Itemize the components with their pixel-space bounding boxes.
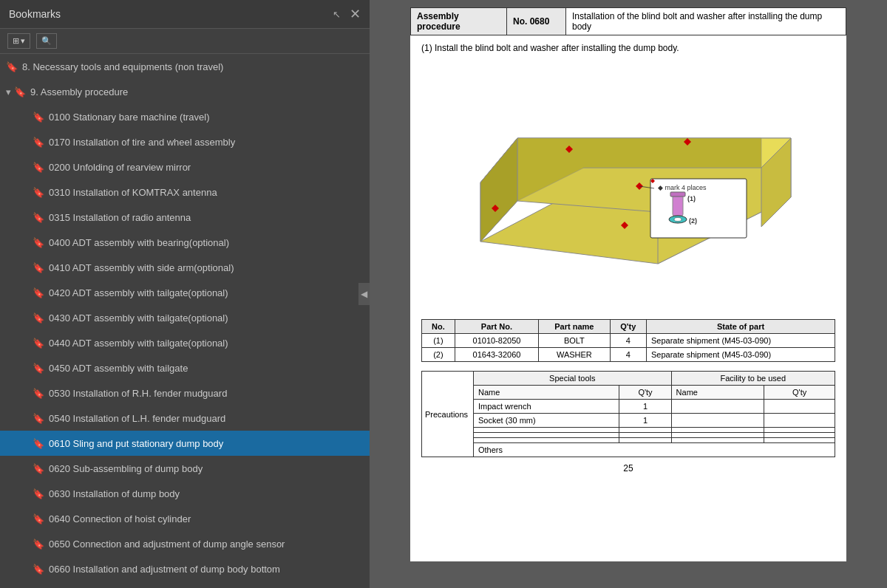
bookmark-label-0530: 0530 Installation of R.H. fender mudguar… (49, 388, 227, 399)
mark-label: ◆ mark 4 places (658, 184, 707, 191)
parts-row-2: (2) 01643-32060 WASHER 4 Separate shipme… (422, 348, 835, 362)
part-qty-1: 4 (610, 334, 646, 348)
facility-header: Facility to be used (671, 372, 835, 386)
bookmark-item-0450[interactable]: 🔖 0450 ADT assembly with tailgate (0, 355, 370, 380)
part-name-1: BOLT (539, 334, 610, 348)
part-no-1: (1) (422, 334, 455, 348)
bookmark-icon-0100: 🔖 (33, 112, 44, 123)
bookmark-item-9[interactable]: ▾ 🔖 9. Assembly procedure (0, 79, 370, 104)
bookmark-item-0100[interactable]: 🔖 0100 Stationary bare machine (travel) (0, 104, 370, 129)
tool-name-1: Impact wrench (474, 400, 619, 414)
bookmark-item-0400[interactable]: 🔖 0400 ADT assembly with bearing(optiona… (0, 230, 370, 255)
dropdown-arrow: ▾ (21, 36, 25, 46)
bookmark-item-0640[interactable]: 🔖 0640 Connection of hoist cylinder (0, 506, 370, 531)
bookmark-icon-0170: 🔖 (33, 137, 44, 148)
others-label: Others (478, 445, 503, 454)
bookmark-item-0540[interactable]: 🔖 0540 Installation of L.H. fender mudgu… (0, 406, 370, 431)
facility-qty-3 (764, 428, 835, 433)
part-qty-2: 4 (610, 348, 646, 362)
bookmark-icon-0440: 🔖 (33, 338, 44, 349)
facility-name-4 (671, 433, 764, 438)
bookmark-icon-0315: 🔖 (33, 212, 44, 223)
bookmark-icon-0430: 🔖 (33, 312, 44, 324)
facility-name-2 (671, 414, 764, 428)
bookmark-label-0430: 0430 ADT assembly with tailgate(optional… (49, 312, 228, 324)
bookmark-icon-0200: 🔖 (33, 162, 44, 173)
collapse-panel-button[interactable]: ◀ (358, 283, 370, 305)
bookmark-label-0630: 0630 Installation of dump body (49, 488, 180, 499)
bookmark-label-0640: 0640 Connection of hoist cylinder (49, 513, 191, 524)
doc-number: No. 0680 (507, 8, 566, 35)
tool-qty-4 (619, 433, 671, 438)
bookmark-label-9: 9. Assembly procedure (30, 86, 128, 98)
bookmarks-toolbar: ⊞ ▾ 🔍 (0, 29, 370, 54)
facility-name-5 (671, 438, 764, 443)
bookmark-item-0200[interactable]: 🔖 0200 Unfolding of rearview mirror (0, 154, 370, 180)
doc-instruction: (1) Install the blind bolt and washer af… (421, 43, 835, 53)
bookmark-item-0310[interactable]: 🔖 0310 Installation of KOMTRAX antenna (0, 180, 370, 205)
bookmark-item-0170[interactable]: 🔖 0170 Installation of tire and wheel as… (0, 129, 370, 154)
search-bookmarks-button[interactable]: 🔍 (36, 33, 57, 49)
facility-qty-col: Q'ty (764, 386, 835, 400)
bookmark-icon-0650: 🔖 (33, 539, 44, 550)
bookmark-item-0610[interactable]: 🔖 0610 Sling and put stationary dump bod… (0, 431, 370, 456)
bookmark-item-0430[interactable]: 🔖 0430 ADT assembly with tailgate(option… (0, 305, 370, 330)
facility-qty-4 (764, 433, 835, 438)
bookmark-label-0420: 0420 ADT assembly with tailgate(optional… (49, 287, 228, 298)
bookmark-icon-0410: 🔖 (33, 262, 44, 273)
diagram-area: ◆ mark 4 places (1) (2) (421, 61, 835, 312)
bookmark-icon-0420: 🔖 (33, 287, 44, 298)
bookmark-item-8[interactable]: 🔖 8. Necessary tools and equipments (non… (0, 54, 370, 79)
tool-name-4 (474, 433, 619, 438)
bookmark-label-0400: 0400 ADT assembly with bearing(optional) (49, 237, 229, 248)
bookmark-item-0630[interactable]: 🔖 0630 Installation of dump body (0, 481, 370, 506)
part-no-2: (2) (422, 348, 455, 362)
document-panel: Assembly procedure No. 0680 Installation… (370, 0, 887, 588)
callout-1-label: (1) (687, 195, 696, 202)
part-number-2: 01643-32060 (455, 348, 538, 362)
bookmark-item-0440[interactable]: 🔖 0440 ADT assembly with tailgate(option… (0, 330, 370, 355)
facility-name-1 (671, 400, 764, 414)
facility-qty-1 (764, 400, 835, 414)
facility-qty-5 (764, 438, 835, 443)
bookmark-label-0650: 0650 Connection and adjustment of dump a… (49, 539, 285, 550)
view-button[interactable]: ⊞ ▾ (7, 33, 30, 49)
doc-description: Installation of the blind bolt and washe… (566, 8, 846, 35)
bookmark-label-0170: 0170 Installation of tire and wheel asse… (49, 137, 235, 148)
bookmark-label-0315: 0315 Installation of radio antenna (49, 212, 191, 223)
bookmark-label-0660: 0660 Installation and adjustment of dump… (49, 564, 280, 575)
doc-header-table: Assembly procedure No. 0680 Installation… (410, 7, 846, 35)
parts-row-1: (1) 01010-82050 BOLT 4 Separate shipment… (422, 334, 835, 348)
bookmark-icon-0640: 🔖 (33, 513, 44, 524)
bookmark-item-0420[interactable]: 🔖 0420 ADT assembly with tailgate(option… (0, 280, 370, 305)
document-page: Assembly procedure No. 0680 Installation… (410, 7, 846, 561)
bookmark-item-0660[interactable]: 🔖 0660 Installation and adjustment of du… (0, 556, 370, 581)
bookmark-label-0620: 0620 Sub-assembling of dump body (49, 463, 203, 474)
bookmark-item-0620[interactable]: 🔖 0620 Sub-assembling of dump body (0, 456, 370, 481)
bookmark-icon-0310: 🔖 (33, 187, 44, 198)
part-name-2: WASHER (539, 348, 610, 362)
tools-qty-col: Q'ty (619, 386, 671, 400)
bookmark-item-0315[interactable]: 🔖 0315 Installation of radio antenna (0, 205, 370, 230)
tool-qty-3 (619, 428, 671, 433)
bookmark-item-0650[interactable]: 🔖 0650 Connection and adjustment of dump… (0, 531, 370, 556)
bolt-head (670, 192, 685, 196)
bookmark-icon-9: 🔖 (14, 86, 26, 98)
tool-qty-5 (619, 438, 671, 443)
bookmark-icon-0660: 🔖 (33, 564, 44, 575)
callout-2-label: (2) (689, 217, 697, 225)
bookmark-label-0610: 0610 Sling and put stationary dump body (49, 438, 223, 449)
bookmark-icon-0450: 🔖 (33, 363, 44, 374)
close-button[interactable]: ✕ (350, 7, 361, 21)
bookmark-label-0450: 0450 ADT assembly with tailgate (49, 363, 188, 374)
doc-content: (1) Install the blind bolt and washer af… (410, 35, 846, 481)
bookmark-item-0530[interactable]: 🔖 0530 Installation of R.H. fender mudgu… (0, 380, 370, 406)
bookmark-icon-0540: 🔖 (33, 413, 44, 424)
bookmark-label-0540: 0540 Installation of L.H. fender mudguar… (49, 413, 225, 424)
special-tools-header: Special tools (474, 372, 672, 386)
bookmark-icon-0530: 🔖 (33, 388, 44, 399)
bookmarks-panel: Bookmarks ↖ ✕ ⊞ ▾ 🔍 🔖 8. Necessary tools… (0, 0, 370, 588)
bookmark-item-0410[interactable]: 🔖 0410 ADT assembly with side arm(option… (0, 255, 370, 280)
bookmark-label-0310: 0310 Installation of KOMTRAX antenna (49, 187, 217, 198)
bookmarks-title: Bookmarks (9, 8, 61, 20)
